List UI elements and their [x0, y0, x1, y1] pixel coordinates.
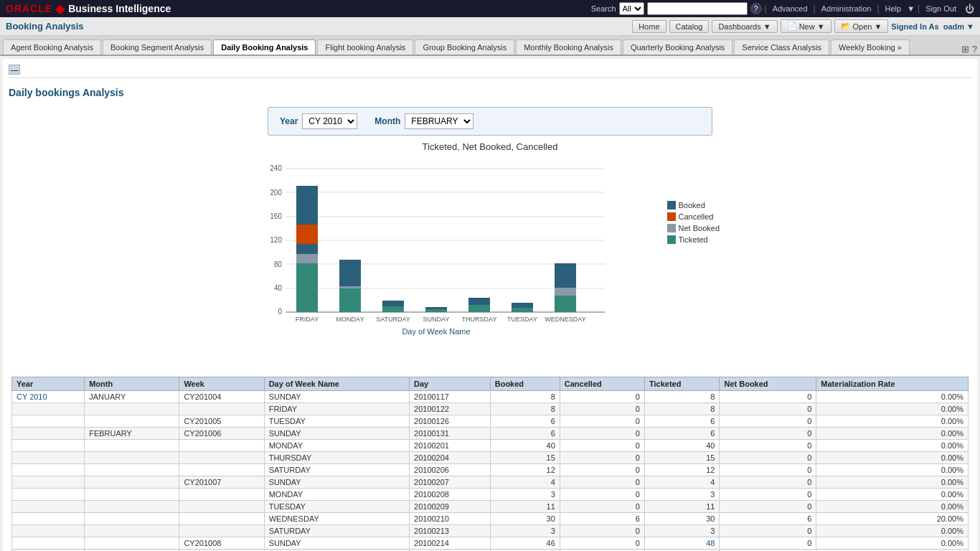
- table-cell: [85, 489, 179, 501]
- legend-netbooked: Net Booked: [667, 224, 720, 232]
- table-row: SATURDAY201002061201200.00%: [12, 464, 969, 476]
- legend-cancelled: Cancelled: [667, 212, 720, 221]
- table-cell: 0.00%: [816, 525, 969, 537]
- table-cell: [12, 476, 85, 489]
- chart-title: Ticketed, Net Booked, Cancelled: [260, 141, 720, 152]
- table-cell: 0: [720, 452, 816, 464]
- signout-icon: ⏻: [965, 4, 974, 14]
- table-cell: [179, 501, 264, 513]
- table-cell: CY201008: [179, 537, 264, 550]
- table-cell: [12, 501, 85, 513]
- table-row: WEDNESDAY2010021030630620.00%: [12, 513, 969, 525]
- table-cell: 20100213: [410, 525, 491, 537]
- table-cell: [85, 403, 179, 415]
- table-cell: 3: [490, 489, 560, 501]
- catalog-button[interactable]: Catalog: [669, 20, 710, 33]
- tab-help-icon[interactable]: ?: [972, 44, 977, 55]
- table-cell: 0.00%: [816, 464, 969, 476]
- navbar-right: Home Catalog Dashboards ▼ 📄 New ▼ 📂 Open…: [632, 19, 974, 33]
- table-cell: [85, 464, 179, 476]
- help-link[interactable]: Help: [882, 4, 905, 13]
- tab-group-booking[interactable]: Group Booking Analysis: [415, 39, 514, 55]
- table-cell: 20100210: [410, 513, 491, 525]
- table-cell: 20100208: [410, 489, 491, 501]
- table-cell: 0: [720, 428, 816, 440]
- administration-link[interactable]: Administration: [819, 4, 875, 13]
- table-cell: [85, 501, 179, 513]
- tab-flight-booking[interactable]: Flight booking Analysis: [317, 39, 413, 55]
- table-cell: JANUARY: [85, 391, 179, 403]
- signout-link[interactable]: Sign Out: [923, 4, 959, 13]
- help-icon[interactable]: ?: [750, 3, 762, 14]
- table-cell: [12, 428, 85, 440]
- filter-area: Year CY 2010 Month FEBRUARY: [268, 107, 712, 136]
- table-cell: 0.00%: [816, 428, 969, 440]
- legend-netbooked-box: [667, 224, 676, 232]
- table-cell: 6: [560, 513, 644, 525]
- table-cell: 46: [490, 537, 560, 550]
- content: — Daily bookings Analysis Year CY 2010 M…: [3, 59, 977, 551]
- bar-tuesday-ticketed: [512, 308, 533, 312]
- chart-svg: 240 200 160 120 80 40 0: [260, 158, 656, 368]
- table-body: CY 2010JANUARYCY201004SUNDAY201001178080…: [12, 391, 969, 552]
- search-input[interactable]: [647, 2, 748, 15]
- table-cell: [85, 452, 179, 464]
- table-cell: 0.00%: [816, 415, 969, 428]
- table-cell: MONDAY: [264, 440, 409, 452]
- table-cell: 20100201: [410, 440, 491, 452]
- table-cell: 20100204: [410, 452, 491, 464]
- svg-text:THURSDAY: THURSDAY: [462, 316, 497, 323]
- minimize-button[interactable]: —: [9, 65, 20, 75]
- tab-monthly-booking[interactable]: Monthly Booking Analysis: [516, 39, 621, 55]
- table-cell: 0.00%: [816, 489, 969, 501]
- svg-text:40: 40: [274, 284, 283, 292]
- table-cell: 4: [644, 476, 719, 489]
- table-cell: [12, 464, 85, 476]
- table-cell: [12, 513, 85, 525]
- new-button[interactable]: 📄 New ▼: [781, 19, 831, 33]
- table-cell: 0.00%: [816, 501, 969, 513]
- table-cell: 0: [720, 525, 816, 537]
- table-cell: 0: [720, 537, 816, 550]
- table-row: CY201008SUNDAY201002144604800.00%: [12, 537, 969, 550]
- tab-grid-icon[interactable]: ⊞: [961, 44, 969, 55]
- year-select[interactable]: CY 2010: [302, 113, 357, 129]
- table-cell: 20100206: [410, 464, 491, 476]
- col-day-name: Day of Week Name: [264, 377, 409, 391]
- table-cell: TUESDAY: [264, 501, 409, 513]
- open-button[interactable]: 📂 Open ▼: [834, 19, 889, 33]
- svg-text:SATURDAY: SATURDAY: [376, 316, 410, 323]
- table-cell: [85, 476, 179, 489]
- bar-wednesday-ticketed: [555, 296, 576, 312]
- table-cell: 8: [644, 391, 719, 403]
- col-month: Month: [85, 377, 179, 391]
- tab-service-class[interactable]: Service Class Analysis: [734, 39, 829, 55]
- tab-booking-segment[interactable]: Booking Segment Analysis: [103, 39, 212, 55]
- table-cell: 0: [720, 403, 816, 415]
- home-button[interactable]: Home: [632, 20, 666, 33]
- table-cell: SUNDAY: [264, 476, 409, 489]
- data-table-container: Year Month Week Day of Week Name Day Boo…: [11, 377, 969, 551]
- svg-text:0: 0: [278, 308, 282, 316]
- tab-daily-booking[interactable]: Daily Booking Analysis: [213, 39, 316, 55]
- month-select[interactable]: FEBRUARY: [405, 113, 473, 129]
- search-select[interactable]: All: [619, 2, 644, 15]
- table-cell: 40: [644, 440, 719, 452]
- tab-weekly-booking[interactable]: Weekly Booking »: [831, 39, 910, 55]
- tab-quarterly-booking[interactable]: Quarterly Booking Analysis: [623, 39, 732, 55]
- table-row: TUESDAY201002091101100.00%: [12, 501, 969, 513]
- advanced-link[interactable]: Advanced: [770, 4, 811, 13]
- svg-text:MONDAY: MONDAY: [336, 316, 364, 323]
- table-cell: WEDNESDAY: [264, 513, 409, 525]
- chart-svg-element: 240 200 160 120 80 40 0: [260, 158, 633, 366]
- col-matrate: Materialization Rate: [816, 377, 969, 391]
- table-cell: 20100214: [410, 537, 491, 550]
- table-cell: [179, 452, 264, 464]
- table-cell: 11: [644, 501, 719, 513]
- table-cell: 0: [560, 415, 644, 428]
- table-cell: 20100126: [410, 415, 491, 428]
- dashboards-button[interactable]: Dashboards ▼: [712, 20, 777, 33]
- tab-agent-booking[interactable]: Agent Booking Analysis: [3, 39, 101, 55]
- tabs: Agent Booking Analysis Booking Segment A…: [0, 36, 980, 56]
- table-cell: [85, 525, 179, 537]
